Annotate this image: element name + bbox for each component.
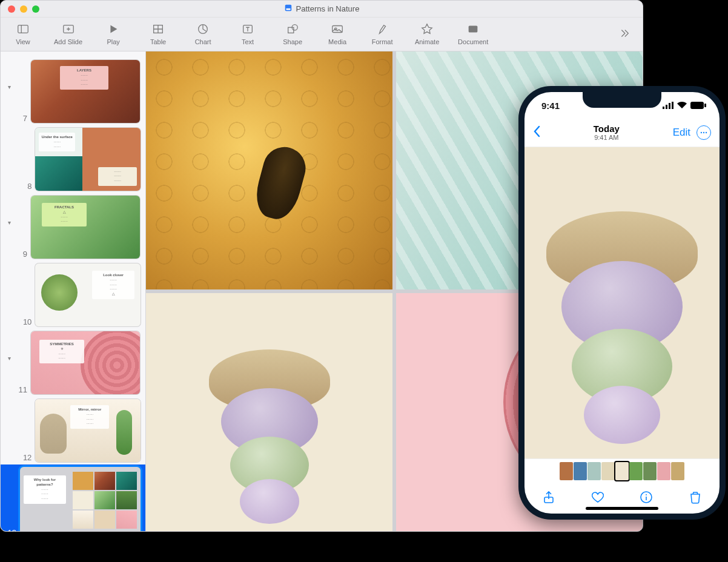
animate-icon	[420, 21, 434, 37]
slide-number: 7	[16, 114, 27, 123]
thumbnail-image: Mirror, mirror·····················	[35, 399, 141, 462]
svg-point-30	[646, 494, 647, 495]
slide-thumbnail-10[interactable]: 10 Look closer·····················△	[1, 261, 145, 329]
document-button[interactable]: Document	[458, 21, 488, 45]
notch	[583, 92, 661, 108]
slide-title: Under the surface	[42, 135, 73, 139]
slide-thumbnail-13[interactable]: 13 Why look for patterns?···············…	[1, 464, 145, 531]
titlebar[interactable]: Patterns in Nature	[1, 1, 643, 18]
slide-navigator[interactable]: ▾ 7 LAYERS····················· 8 Under …	[1, 51, 146, 531]
zoom-icon[interactable]	[32, 5, 39, 13]
share-icon	[541, 490, 556, 504]
slide-title: Mirror, mirror	[78, 408, 101, 411]
svg-rect-22	[690, 102, 704, 109]
media-icon	[331, 21, 344, 37]
delete-button[interactable]	[688, 490, 703, 507]
slide-thumbnail-7[interactable]: ▾ 7 LAYERS·····················	[1, 58, 145, 125]
svg-rect-1	[286, 8, 290, 10]
wifi-icon	[677, 102, 687, 109]
chart-button[interactable]: Chart	[189, 21, 217, 45]
favorite-button[interactable]	[591, 490, 605, 507]
slide-thumbnail-9[interactable]: ▾ 9 FRACTALS△··············	[1, 193, 145, 261]
share-button[interactable]	[541, 490, 556, 507]
add-slide-label: Add Slide	[54, 38, 82, 45]
media-button[interactable]: Media	[323, 21, 351, 45]
back-button[interactable]	[533, 125, 540, 140]
ellipsis-icon	[700, 128, 708, 137]
photos-navbar: Today 9:41 AM Edit	[524, 119, 720, 147]
thumbnail-image: LAYERS·····················	[31, 60, 140, 123]
table-icon	[151, 21, 165, 37]
more-button[interactable]	[697, 125, 711, 140]
navbar-title: Today 9:41 AM	[594, 124, 620, 142]
svg-rect-21	[672, 102, 673, 109]
slide-thumbnail-11[interactable]: ▾ 11 SYMMETRIES✳··············	[1, 329, 145, 397]
svg-rect-18	[663, 107, 664, 109]
add-slide-button[interactable]: Add Slide	[54, 21, 82, 45]
battery-icon	[690, 102, 706, 109]
thumbnail-image: Under the surface·············· ········…	[35, 128, 141, 191]
svg-rect-23	[704, 104, 706, 107]
slide-title: SYMMETRIES	[50, 342, 74, 346]
slide-number: 12	[21, 453, 31, 462]
iphone-device: 9:41 Today 9:41 AM Edit	[518, 86, 726, 520]
slide-title: Look closer	[103, 273, 124, 277]
svg-point-26	[706, 132, 707, 133]
animate-button[interactable]: Animate	[413, 21, 441, 45]
info-button[interactable]	[639, 490, 654, 507]
format-label: Format	[372, 38, 393, 45]
svg-marker-7	[111, 25, 117, 33]
disclosure-toggle[interactable]: ▾	[5, 219, 13, 226]
slide-number: 11	[16, 385, 27, 394]
document-label: Document	[458, 38, 488, 45]
close-icon[interactable]	[8, 5, 15, 13]
text-button[interactable]: Text	[234, 21, 262, 45]
table-button[interactable]: Table	[144, 21, 172, 45]
format-icon	[376, 21, 389, 37]
disclosure-toggle[interactable]: ▾	[5, 84, 13, 90]
disclosure-toggle[interactable]: ▾	[5, 355, 13, 362]
iphone-screen: 9:41 Today 9:41 AM Edit	[524, 92, 720, 514]
chart-icon	[196, 21, 210, 37]
edit-button[interactable]: Edit	[673, 127, 690, 139]
play-label: Play	[107, 38, 119, 45]
chevron-right-icon	[617, 25, 630, 41]
keynote-file-icon	[284, 4, 293, 14]
document-title: Patterns in Nature	[284, 4, 360, 14]
toolbar: View Add Slide Play Table Chart Text Sha…	[1, 18, 643, 51]
play-icon	[107, 21, 120, 37]
heart-icon	[591, 490, 605, 504]
slide-thumbnail-12[interactable]: 12 Mirror, mirror·····················	[1, 397, 145, 464]
text-label: Text	[242, 38, 254, 45]
status-time: 9:41	[541, 101, 560, 111]
format-button[interactable]: Format	[368, 21, 396, 45]
thumbnail-image: Look closer·····················△	[35, 263, 141, 326]
svg-point-25	[703, 132, 704, 133]
slide-title: FRACTALS	[55, 205, 74, 209]
play-button[interactable]: Play	[99, 21, 127, 45]
svg-rect-17	[469, 25, 478, 32]
slide-number: 8	[21, 182, 31, 191]
document-icon	[466, 21, 480, 37]
info-icon	[639, 490, 654, 504]
shape-button[interactable]: Shape	[279, 21, 306, 45]
view-label: View	[16, 38, 30, 45]
canvas-image-honeycomb[interactable]	[146, 51, 392, 289]
slide-number: 10	[21, 317, 31, 326]
slide-title: Why look for patterns?	[34, 478, 56, 486]
cellular-icon	[663, 102, 673, 109]
view-button[interactable]: View	[9, 21, 37, 45]
minimize-icon[interactable]	[20, 5, 27, 13]
thumbnail-image: Why look for patterns?··················…	[20, 467, 141, 531]
canvas-image-urchins[interactable]	[146, 293, 392, 531]
photo-viewport[interactable]	[524, 147, 720, 459]
photo-filmstrip[interactable]	[524, 459, 720, 483]
trash-icon	[688, 490, 703, 504]
svg-rect-20	[669, 103, 670, 109]
slide-thumbnail-8[interactable]: 8 Under the surface·············· ······…	[1, 125, 145, 193]
svg-rect-0	[285, 5, 291, 12]
table-label: Table	[150, 38, 166, 45]
slide-number: 9	[16, 250, 27, 259]
home-indicator[interactable]	[586, 507, 658, 510]
toolbar-overflow-button[interactable]	[610, 25, 638, 41]
